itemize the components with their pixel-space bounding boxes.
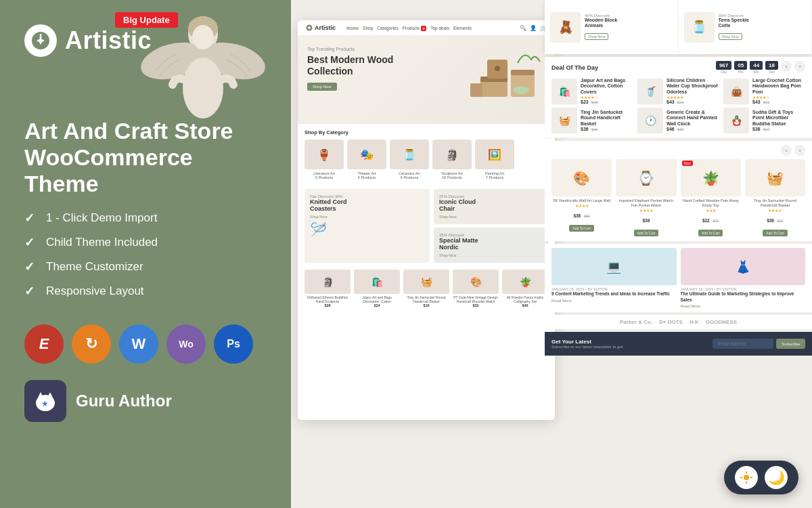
deal-product: 🛍️ Jaipur Art and Bags Decorative, Cotto…	[551, 78, 633, 104]
promo-img: 🪡	[310, 221, 424, 238]
deal-product-title: Generic Create & Connect Hand Painted Wa…	[667, 110, 719, 127]
elementor-icon: E	[24, 324, 64, 364]
store-products-bottom: 🗿 Driftwood Ethenic Buddhist Hand Sculpt…	[298, 267, 555, 313]
hero-btn[interactable]: Shop Now	[307, 83, 337, 91]
logo-text: Artistic	[65, 26, 152, 55]
add-to-cart-btn[interactable]: Add To Cart	[763, 230, 787, 236]
mini-product: 🪴 All Powder Paints Arabic Calligraphy S…	[502, 270, 548, 308]
category-item[interactable]: 🏺 Literature Art3 Products	[304, 140, 344, 179]
deal-product: 🧺 Ting Jin Santucket Round Handicraft Ba…	[551, 108, 633, 133]
cat-img: 🖼️	[475, 140, 514, 169]
category-item[interactable]: 🗿 Sculpture Art10 Products	[432, 140, 472, 179]
mini-product-price: $32	[453, 303, 499, 308]
strip-title: Terra SpeckleCotte	[719, 18, 749, 29]
store-logo-small: Artistic	[306, 24, 336, 31]
mini-product-price: $24	[354, 303, 400, 308]
mini-product-price: $28	[304, 303, 351, 308]
deal-product-title: Jaipur Art and Bags Decorative, Cotton C…	[581, 78, 633, 95]
plugin-icons-row: E ↻ W Wo Ps	[24, 324, 267, 364]
store-screenshot: Artistic Home Shop Categories Products ★…	[298, 20, 555, 420]
user-icon: 👤	[530, 25, 537, 31]
deal-product-img: 🧺	[551, 108, 577, 133]
features-list: ✓ 1 - Click Demo Import ✓ Child Theme In…	[24, 211, 267, 308]
deal-product: 👜 Large Crochet Cotton Handwoven Bag Pom…	[723, 78, 805, 104]
newsletter-subscribe-btn[interactable]: Subscribe	[776, 339, 805, 349]
prev-arrow[interactable]: ‹	[781, 145, 792, 156]
moon-icon: 🌙	[768, 469, 785, 486]
mini-product-price: $45	[502, 303, 548, 308]
product-grid-item: 🧺 Ting Jin Santucket Round Handicraft Ba…	[745, 159, 805, 237]
category-item[interactable]: 🖼️ Painting Art7 Products	[475, 140, 514, 179]
next-arrow[interactable]: ›	[794, 61, 805, 72]
strip-btn[interactable]: Shop Now	[585, 33, 608, 40]
blog-read-more[interactable]: Read More	[551, 299, 677, 303]
cat-label: Painting Art7 Products	[475, 171, 514, 179]
deal-product-img: 🪆	[723, 108, 749, 133]
light-mode-circle	[735, 466, 758, 489]
product-grid-item: ⌚ Imported Elephant Pocket Watch Fob Poc…	[616, 159, 676, 237]
add-to-cart-btn[interactable]: Add To Cart	[569, 225, 593, 232]
product-old-price: $31	[713, 219, 719, 223]
brand-name: D+ DOTS	[659, 319, 683, 325]
theme-title: Art And Craft StoreWooCommerce Theme	[24, 118, 267, 197]
deal-product: 🥤 Silicone Children Water Cup Shockproof…	[637, 78, 719, 104]
blog-item: 👗 JANUARY 28, 2024 • BY EDITOR The Ultim…	[681, 248, 806, 308]
timer-seconds: 18	[765, 61, 778, 70]
deal-timer: 967 Day 05 Hrs 44 Min 18	[716, 61, 805, 74]
promo-btn[interactable]: Shop Now	[439, 253, 543, 257]
newsletter-email-input[interactable]	[713, 339, 773, 349]
category-section: Shop By Category 🏺 Literature Art3 Produ…	[298, 124, 555, 185]
mockup-container: Artistic Home Shop Categories Products ★…	[291, 0, 812, 508]
strip-card: 🫙 30% Discount Terra SpeckleCotte Shop N…	[679, 0, 813, 54]
feature-item: ✓ Child Theme Included	[24, 235, 267, 250]
product-cards-strip: 🧸 40% Discount Wooden BlockAnimals Shop …	[545, 0, 812, 54]
check-icon: ✓	[24, 259, 39, 274]
timer-minutes: 44	[750, 61, 763, 70]
dark-mode-toggle[interactable]: 🌙	[724, 461, 798, 494]
strip-btn[interactable]: Shop Now	[719, 33, 742, 40]
deal-product-img: 🥤	[637, 79, 663, 104]
product-price: $22	[702, 218, 710, 223]
product-old-price: $27	[777, 219, 783, 223]
dark-mode-circle: 🌙	[765, 466, 788, 489]
guru-row: ★ Guru Author	[24, 380, 267, 422]
svg-point-9	[211, 72, 222, 83]
check-icon: ✓	[24, 235, 39, 250]
cat-label: Sculpture Art10 Products	[432, 171, 472, 179]
mini-product: 🎨 PT Gale-Nine Vintage Design Handcraft …	[453, 270, 499, 308]
category-item[interactable]: 🎭 Theater Art4 Products	[347, 140, 386, 179]
product-name: SK Handicrafts Wall Art Large Wall	[551, 198, 612, 203]
add-to-cart-btn[interactable]: Add To Cart	[698, 230, 723, 236]
strip-card-img: 🫙	[684, 12, 715, 43]
cat-img: 🏺	[304, 140, 344, 169]
store-nav-icons: 🔍 👤 🛒	[520, 25, 547, 31]
mini-product-img: 🛍️	[354, 270, 400, 294]
mini-product: 🛍️ Jaipur Art and Bags Decoration, Cotto…	[354, 270, 400, 308]
logo-row: Artistic	[24, 24, 267, 57]
promo-btn[interactable]: Shop Now	[310, 215, 424, 219]
blog-read-more[interactable]: Read More	[681, 304, 806, 308]
timer-hours: 05	[734, 61, 747, 70]
hero-image	[467, 43, 548, 117]
product-grid: 🎨 SK Handicrafts Wall Art Large Wall ★★★…	[551, 159, 805, 237]
photoshop-icon: Ps	[214, 324, 253, 364]
brand-name: Parker & Co.	[620, 319, 652, 325]
deal-products-2: 🧺 Ting Jin Santucket Round Handicraft Ba…	[551, 108, 805, 133]
next-arrow[interactable]: ›	[794, 145, 805, 156]
product-name: Ting Jin Santucket Round Handicraft Bask…	[745, 198, 805, 208]
promo-btn[interactable]: Shop Now	[439, 215, 543, 219]
deal-product-img: 🛍️	[551, 79, 577, 104]
category-item[interactable]: 🫙 Ceramics Art6 Products	[390, 140, 429, 179]
cat-img: 🗿	[432, 140, 472, 169]
feature-item: ✓ Responsive Layout	[24, 284, 267, 299]
deal-product-img: 🕐	[637, 108, 663, 133]
mini-product-price: $19	[403, 303, 449, 308]
store-hero: Top Trending Products Best Modern WoodCo…	[298, 36, 555, 124]
cat-label: Theater Art4 Products	[347, 171, 386, 179]
product-name: Hand Crafted Wooden Pots Along Rooty Top	[681, 198, 741, 208]
deal-product: 🕐 Generic Create & Connect Hand Painted …	[637, 108, 719, 133]
prev-arrow[interactable]: ‹	[781, 61, 792, 72]
product-stars: ★★★	[681, 208, 741, 213]
add-to-cart-btn[interactable]: Add To Cart	[634, 230, 658, 236]
svg-rect-22	[470, 83, 482, 97]
